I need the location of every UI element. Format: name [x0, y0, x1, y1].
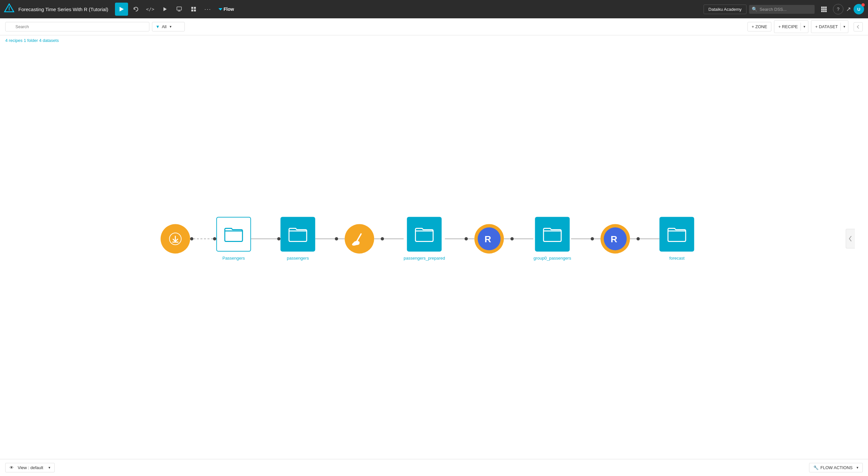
- line-4b: [384, 238, 404, 239]
- group0-passengers-label: group0_passengers: [534, 256, 571, 261]
- line-8b: [640, 238, 660, 239]
- nav-apps-grid-btn[interactable]: [817, 3, 830, 16]
- passengers-folder-node[interactable]: Passengers: [216, 217, 251, 261]
- svg-rect-8: [194, 7, 196, 9]
- connector-6: [504, 237, 534, 240]
- line-4a: [374, 238, 381, 239]
- r-recipe-2-node[interactable]: R: [601, 224, 630, 253]
- svg-rect-10: [194, 9, 196, 11]
- page-wrapper: Forecasting Time Series With R (Tutorial…: [0, 0, 868, 476]
- passengers-folder-label: Passengers: [222, 256, 245, 261]
- flow-canvas: Passengers passengers: [0, 18, 855, 459]
- passengers-folder-icon: [216, 217, 251, 252]
- download-node[interactable]: [160, 224, 190, 253]
- user-avatar-wrap: U: [854, 4, 864, 14]
- line-6a: [504, 238, 510, 239]
- view-arrow: ▾: [49, 466, 51, 470]
- svg-rect-16: [825, 8, 827, 10]
- connector-8: [630, 237, 660, 240]
- nav-deploy-btn[interactable]: [173, 3, 186, 16]
- flow-actions-arrow: ▾: [857, 466, 859, 470]
- forecast-icon: [660, 217, 694, 252]
- trend-icon[interactable]: ↗: [846, 6, 851, 13]
- notification-dot: [862, 3, 865, 6]
- broom-icon: [345, 224, 374, 253]
- line-2: [251, 238, 277, 239]
- connector-5: [445, 237, 475, 240]
- dataiku-academy-btn[interactable]: Dataiku Academy: [704, 5, 746, 14]
- navbar-right: Dataiku Academy 🔍 ? ↗: [704, 3, 864, 16]
- dot-7: [510, 237, 514, 240]
- nav-run-btn[interactable]: [158, 3, 171, 16]
- svg-rect-13: [825, 6, 827, 8]
- side-panel-toggle[interactable]: [854, 22, 863, 31]
- help-btn[interactable]: ?: [833, 4, 843, 14]
- line-3: [315, 238, 335, 239]
- view-label: View : default: [18, 465, 43, 470]
- r-recipe-node[interactable]: R: [475, 224, 504, 253]
- line-5b: [468, 238, 475, 239]
- forecast-label: forecast: [670, 256, 685, 261]
- app-logo[interactable]: [4, 3, 14, 15]
- dot-3: [277, 237, 280, 240]
- svg-rect-12: [823, 6, 825, 8]
- dot-6: [465, 237, 468, 240]
- dot-4: [335, 237, 338, 240]
- line-6b: [514, 238, 534, 239]
- passengers-dataset-node[interactable]: passengers: [280, 217, 315, 261]
- passengers-prepared-label: passengers_prepared: [404, 256, 445, 261]
- side-panel-toggle-btn[interactable]: [846, 229, 855, 249]
- r-recipe-icon: R: [475, 224, 504, 253]
- broom-recipe-node[interactable]: [345, 224, 374, 253]
- connector-3: [315, 237, 345, 240]
- passengers-prepared-icon: [407, 217, 442, 252]
- nav-refresh-btn[interactable]: [129, 3, 143, 16]
- nav-code-btn[interactable]: </>: [144, 3, 157, 16]
- line-8a: [630, 238, 637, 239]
- dot-9: [637, 237, 640, 240]
- connector-2: [251, 237, 280, 240]
- svg-text:R: R: [611, 234, 617, 244]
- group0-passengers-icon: [535, 217, 569, 252]
- svg-rect-17: [821, 10, 823, 12]
- nav-more-btn[interactable]: ···: [202, 3, 215, 16]
- passengers-prepared-node[interactable]: passengers_prepared: [404, 217, 445, 261]
- connector-1: [190, 237, 216, 240]
- flow-actions-btn[interactable]: 🔧 FLOW ACTIONS ▾: [809, 463, 863, 472]
- flow-nodes: Passengers passengers: [160, 217, 694, 261]
- svg-rect-15: [823, 8, 825, 10]
- flow-actions-label: FLOW ACTIONS: [820, 465, 852, 470]
- svg-text:R: R: [485, 234, 491, 244]
- dashed-line-1: [193, 238, 213, 239]
- eye-icon: 👁: [9, 465, 14, 470]
- line-7a: [571, 238, 591, 239]
- svg-rect-7: [191, 7, 193, 9]
- r-recipe-2-icon: R: [601, 224, 630, 253]
- svg-marker-3: [163, 7, 167, 11]
- nav-grid-btn[interactable]: [187, 3, 200, 16]
- line-7b: [594, 238, 601, 239]
- forecast-node[interactable]: forecast: [660, 217, 694, 261]
- global-search-wrap: 🔍: [749, 5, 815, 14]
- project-title: Forecasting Time Series With R (Tutorial…: [18, 6, 108, 12]
- dot-1: [190, 237, 193, 240]
- view-dropdown[interactable]: 👁 View : default ▾: [5, 463, 55, 472]
- content-area: 🔍 ▼ All ▾ + ZONE + RECIPE ▾ + DATASET ▾: [0, 18, 868, 476]
- global-search-input[interactable]: [749, 5, 815, 14]
- svg-rect-14: [821, 8, 823, 10]
- svg-rect-4: [177, 7, 182, 10]
- dot-2: [213, 237, 216, 240]
- line-3b: [338, 238, 345, 239]
- nav-flow-btn[interactable]: [115, 3, 128, 16]
- connector-7: [571, 237, 601, 240]
- svg-rect-19: [825, 10, 827, 12]
- dot-5: [381, 237, 384, 240]
- passengers-dataset-label: passengers: [287, 256, 309, 261]
- group0-passengers-node[interactable]: group0_passengers: [534, 217, 571, 261]
- dot-8: [591, 237, 594, 240]
- svg-marker-2: [120, 7, 124, 11]
- svg-rect-18: [823, 10, 825, 12]
- svg-rect-9: [191, 9, 193, 11]
- download-icon: [160, 224, 190, 253]
- passengers-dataset-icon: [280, 217, 315, 252]
